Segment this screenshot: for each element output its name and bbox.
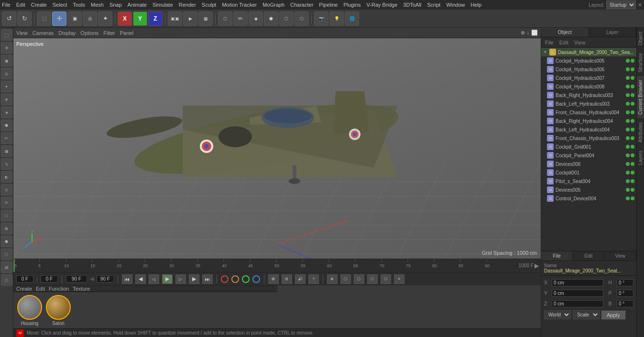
left-tool-10[interactable]: ▦ [1, 145, 12, 157]
obj-list-item-10[interactable]: ⚙ Cockpit_Grid001 [541, 142, 636, 151]
coord-y-pos[interactable] [552, 290, 603, 297]
layout-select[interactable]: Startup [606, 0, 636, 9]
motion-grid-btn-2[interactable]: ⊟ [282, 274, 292, 284]
attr-tab-file[interactable]: File [541, 251, 573, 261]
obj-list-item-1[interactable]: ⚙ Cockpit_Hydraulics006 [541, 65, 636, 74]
obj-list-item-8[interactable]: ⚙ Back_Left_Hydraulics004 [541, 125, 636, 134]
deformer-btn[interactable]: ⬡ [295, 11, 309, 26]
obj-mgr-edit[interactable]: Edit [557, 40, 570, 45]
left-tool-7[interactable]: ◈ [1, 107, 12, 118]
render-picture-viewer-btn[interactable]: ▦ [198, 11, 213, 26]
left-tool-18[interactable]: ⬡ [1, 249, 12, 260]
motion-grid-btn-5[interactable]: ⊕ [327, 274, 338, 284]
material-sphere-salon[interactable] [46, 295, 71, 320]
viewport-menu-display[interactable]: Display [58, 30, 76, 36]
scale-tool[interactable]: ▣ [67, 11, 82, 26]
viewport-corner-down[interactable]: ↓ [527, 30, 530, 36]
cube-btn[interactable]: ⬡ [218, 11, 232, 26]
menu-animate[interactable]: Animate [128, 2, 147, 8]
current-frame-field[interactable] [16, 275, 33, 283]
left-tool-9[interactable]: ✏ [1, 132, 12, 144]
side-tab-attributes[interactable]: Attributes [637, 119, 644, 146]
play-button[interactable]: ▶ [162, 274, 173, 284]
side-tab-structure[interactable]: Structure [637, 49, 644, 76]
menu-3dtoall[interactable]: 3DToAll [403, 2, 421, 8]
menu-tools[interactable]: Tools [73, 2, 85, 8]
undo-button[interactable]: ↺ [2, 11, 16, 26]
nurbs-btn[interactable]: ⬟ [264, 11, 278, 26]
side-tab-browser[interactable]: Current Browser [637, 76, 644, 119]
menu-window[interactable]: Window [446, 2, 465, 8]
menu-snap[interactable]: Snap [109, 2, 122, 8]
obj-list-item-13[interactable]: ⚙ Cockpit001 [541, 168, 636, 177]
viewport-3d[interactable]: Perspective X Y Z Grid Spacing : 1000 cm [13, 38, 541, 259]
mat-texture[interactable]: Texture [73, 286, 90, 292]
left-tool-select[interactable]: ⬚ [1, 29, 12, 41]
left-tool-move[interactable]: ✛ [1, 42, 12, 54]
obj-list-item-15[interactable]: ⚙ Devices005 [541, 185, 636, 194]
left-tool-rotate[interactable]: ◎ [1, 68, 12, 79]
left-tool-13[interactable]: S [1, 184, 12, 196]
obj-list-item-5[interactable]: ⚙ Back_Left_Hydraulics003 [541, 99, 636, 108]
menu-simulate[interactable]: Simulate [153, 2, 173, 8]
redo-button[interactable]: ↻ [17, 11, 32, 26]
attr-tab-view[interactable]: View [605, 251, 636, 261]
select-tool[interactable]: ⬚ [37, 11, 51, 26]
left-tool-19[interactable]: ▤ [1, 261, 12, 273]
auto-key-button[interactable] [231, 275, 239, 283]
goto-end-button[interactable]: ⏭ [202, 274, 213, 284]
menu-help[interactable]: Help [471, 2, 482, 8]
spline-btn[interactable]: ◆ [249, 11, 263, 26]
motion-grid-btn-6[interactable]: ⬡ [340, 274, 351, 284]
move-tool[interactable]: ✛ [52, 11, 66, 26]
menu-vray-bridge[interactable]: V-Ray Bridge [367, 2, 398, 8]
viewport-menu-panel[interactable]: Panel [120, 30, 133, 36]
menu-render[interactable]: Render [179, 2, 196, 8]
mat-function[interactable]: Function [49, 286, 69, 292]
mat-create[interactable]: Create [16, 286, 32, 292]
obj-list-item-9[interactable]: ⚙ Front_Chassis_Hydraulics003 [541, 134, 636, 142]
menu-plugins[interactable]: Plugins [343, 2, 360, 8]
step-back-button[interactable]: ◁ [149, 274, 159, 284]
obj-list-item-11[interactable]: ⚙ Cockpit_Panel004 [541, 151, 636, 160]
left-tool-11[interactable]: ∿ [1, 158, 12, 170]
left-tool-6[interactable]: ⊕ [1, 94, 12, 105]
coord-scale-select[interactable]: Scale Size [573, 310, 600, 319]
render-view-btn[interactable]: ▶ [183, 11, 197, 26]
obj-mgr-view[interactable]: View [572, 40, 588, 45]
menu-mesh[interactable]: Mesh [91, 2, 104, 8]
blue-mode-button[interactable] [252, 275, 260, 283]
coord-x-pos[interactable] [552, 279, 603, 286]
obj-list-item-0[interactable]: ⚙ Cockpit_Hydraulics005 [541, 56, 636, 65]
pen-tool-btn[interactable]: ✏ [233, 11, 248, 26]
mat-edit[interactable]: Edit [36, 286, 45, 292]
fps-field[interactable] [66, 275, 87, 283]
motion-grid-btn-8[interactable]: ⬡ [367, 274, 378, 284]
timeline-arrow-right[interactable]: ▶ [535, 262, 539, 269]
render-region-btn[interactable]: ▣▣ [168, 11, 182, 26]
menu-select[interactable]: Select [53, 2, 67, 8]
side-tab-object[interactable]: Object [637, 28, 644, 49]
menu-create[interactable]: Create [31, 2, 47, 8]
timeline-ruler[interactable]: 0 5 10 15 20 25 30 35 [13, 259, 516, 272]
prev-frame-button[interactable]: ◀ [135, 274, 146, 284]
motion-grid-btn-1[interactable]: ⊞ [268, 274, 279, 284]
end-frame-field[interactable] [97, 275, 114, 283]
viewport-menu-cameras[interactable]: Cameras [33, 30, 54, 36]
left-tool-5[interactable]: ✦ [1, 81, 12, 92]
left-tool-17[interactable]: ⬢ [1, 236, 12, 247]
light-btn[interactable]: 💡 [329, 11, 344, 26]
material-salon[interactable]: Salon [46, 295, 71, 326]
obj-mgr-file[interactable]: File [543, 40, 556, 45]
x-axis-btn[interactable]: X [118, 11, 132, 26]
obj-list-item-14[interactable]: ⚙ Pilot_s_Seat004 [541, 177, 636, 185]
apply-button[interactable]: Apply [601, 311, 625, 319]
viewport-menu-filter[interactable]: Filter [103, 30, 115, 36]
y-axis-btn[interactable]: Y [133, 11, 147, 26]
viewport-menu-view[interactable]: View [16, 30, 28, 36]
rotate-tool[interactable]: ◎ [83, 11, 97, 26]
left-tool-scale[interactable]: ▣ [1, 55, 12, 66]
next-frame-button[interactable]: ▶ [189, 274, 199, 284]
obj-list-item-3[interactable]: ⚙ Cockpit_Hydraulics008 [541, 82, 636, 91]
tab-object[interactable]: Object [541, 28, 589, 37]
